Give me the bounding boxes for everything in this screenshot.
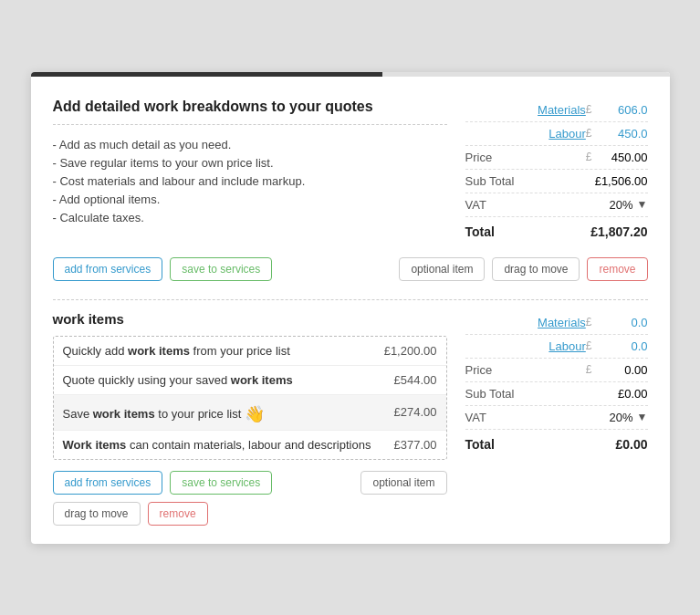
labour-currency: £ (586, 127, 592, 140)
work-item-row-3: Save work items to your price list 👋 £27… (54, 395, 446, 431)
drag-to-move-button-2[interactable]: drag to move (53, 502, 141, 526)
labour-row: Labour £ 450.0 (465, 122, 648, 146)
work-item-price-1: £1,200.00 (384, 344, 437, 358)
s2-materials-row: Materials £ 0.0 (465, 311, 648, 335)
section-1-bullets: - Add as much detail as you need. - Save… (53, 138, 447, 224)
section-1-left: Add detailed work breakdowns to your quo… (53, 99, 447, 243)
total-value: £1,807.20 (590, 224, 647, 239)
bullet-1: - Add as much detail as you need. (53, 138, 447, 151)
work-item-desc-4: Work items can contain materials, labour… (63, 438, 394, 452)
s2-subtotal-value: £0.00 (598, 387, 648, 401)
work-item-desc-3: Save work items to your price list 👋 (63, 402, 394, 422)
vat-select[interactable]: 20% ▼ (610, 198, 648, 212)
bullet-4: - Add optional items. (53, 193, 447, 206)
bullet-3: - Cost materials and labour and include … (53, 174, 447, 188)
s2-labour-currency: £ (586, 339, 592, 352)
price-row: Price £ 450.00 (465, 146, 648, 170)
total-row: Total £1,807.20 (465, 217, 648, 243)
vat-arrow-icon: ▼ (637, 198, 648, 211)
s2-price-value: 0.00 (598, 363, 648, 377)
s2-vat-row: VAT 20% ▼ (465, 406, 648, 430)
section-divider (53, 299, 648, 300)
total-label: Total (465, 224, 591, 239)
bullet-5: - Calculate taxes. (53, 211, 447, 224)
subtotal-row: Sub Total £1,506.00 (465, 170, 648, 193)
s2-labour-value: 0.0 (598, 339, 648, 353)
section-2: work items Quickly add work items from y… (53, 311, 648, 526)
s2-labour-label[interactable]: Labour (465, 339, 586, 353)
section-2-left: work items Quickly add work items from y… (53, 311, 447, 526)
work-items-table: Quickly add work items from your price l… (53, 336, 447, 460)
bullet-2: - Save regular items to your own price l… (53, 156, 447, 170)
price-label: Price (465, 151, 586, 164)
action-row-1: add from services save to services optio… (53, 257, 648, 281)
save-to-services-button-1[interactable]: save to services (170, 257, 272, 281)
section-1: Add detailed work breakdowns to your quo… (53, 99, 648, 243)
s2-vat-label: VAT (465, 411, 610, 424)
s2-materials-currency: £ (586, 316, 592, 328)
s2-vat-arrow-icon: ▼ (637, 411, 648, 423)
work-item-price-3: £274.00 (394, 405, 437, 419)
work-item-desc-2: Quote quickly using your saved work item… (63, 373, 394, 387)
labour-value: 450.0 (598, 127, 648, 141)
section-2-title: work items (53, 311, 447, 327)
s2-price-currency: £ (586, 363, 592, 376)
s2-materials-value: 0.0 (598, 316, 648, 329)
price-currency: £ (586, 151, 592, 163)
cursor-hand-icon: 👋 (245, 404, 265, 424)
section-2-right: Materials £ 0.0 Labour £ 0.0 Price £ 0.0… (465, 311, 648, 526)
price-value: 450.00 (598, 151, 648, 164)
s2-subtotal-row: Sub Total £0.00 (465, 382, 648, 406)
work-item-row-4: Work items can contain materials, labour… (54, 431, 446, 459)
s2-total-value: £0.00 (615, 437, 647, 452)
remove-button-1[interactable]: remove (587, 257, 647, 281)
s2-subtotal-label: Sub Total (465, 387, 598, 401)
s2-vat-select[interactable]: 20% ▼ (610, 411, 648, 424)
work-item-row-2: Quote quickly using your saved work item… (54, 366, 446, 395)
s2-labour-row: Labour £ 0.0 (465, 335, 648, 359)
drag-to-move-button-1[interactable]: drag to move (492, 257, 580, 281)
work-item-price-2: £544.00 (394, 373, 437, 387)
vat-percent: 20% (610, 198, 633, 212)
action-row-2: add from services save to services optio… (53, 471, 447, 526)
add-from-services-button-1[interactable]: add from services (53, 257, 163, 281)
subtotal-label: Sub Total (465, 174, 595, 188)
materials-currency: £ (586, 103, 592, 116)
s2-total-row: Total £0.00 (465, 430, 648, 455)
labour-label[interactable]: Labour (465, 127, 586, 141)
save-to-services-button-2[interactable]: save to services (170, 471, 272, 495)
remove-button-2[interactable]: remove (148, 502, 208, 526)
work-item-desc-1: Quickly add work items from your price l… (63, 344, 384, 358)
main-card: Add detailed work breakdowns to your quo… (31, 72, 670, 544)
s2-vat-percent: 20% (610, 411, 633, 424)
materials-value: 606.0 (598, 103, 648, 117)
subtotal-value: £1,506.00 (595, 174, 648, 188)
s2-materials-label[interactable]: Materials (465, 316, 586, 329)
add-from-services-button-2[interactable]: add from services (53, 471, 163, 495)
vat-label: VAT (465, 198, 610, 212)
materials-label[interactable]: Materials (465, 103, 586, 117)
work-item-price-4: £377.00 (394, 438, 437, 452)
s2-price-label: Price (465, 363, 586, 377)
s2-price-row: Price £ 0.00 (465, 359, 648, 382)
optional-item-button-1[interactable]: optional item (399, 257, 485, 281)
section-1-title: Add detailed work breakdowns to your quo… (53, 99, 447, 125)
section-1-right: Materials £ 606.0 Labour £ 450.0 Price £… (465, 99, 648, 243)
optional-item-button-2[interactable]: optional item (360, 471, 446, 495)
vat-row: VAT 20% ▼ (465, 193, 648, 217)
s2-total-label: Total (465, 437, 616, 452)
materials-row: Materials £ 606.0 (465, 99, 648, 122)
work-item-row-1: Quickly add work items from your price l… (54, 337, 446, 366)
